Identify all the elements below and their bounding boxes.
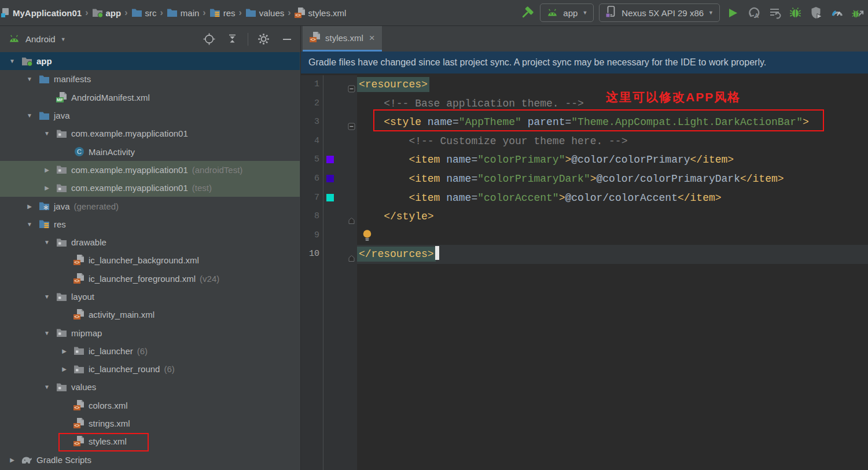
chevron-expanded-icon[interactable]: ▼	[21, 221, 38, 227]
tree-item-gradle-scripts[interactable]: ▶Gradle Scripts	[0, 451, 300, 469]
line-number: 8	[301, 207, 319, 226]
breadcrumb-item-myapplication01[interactable]: MyApplication01	[0, 8, 83, 18]
code-line-8[interactable]: 8</style>	[301, 207, 868, 226]
tree-item-strings-xml[interactable]: <>strings.xml	[0, 414, 300, 432]
tree-item-app[interactable]: ▼app	[0, 52, 300, 70]
color-preview-swatch[interactable]	[326, 175, 334, 182]
build-hammer-icon[interactable]	[519, 5, 535, 21]
tree-item-drawable[interactable]: ▼drawable	[0, 233, 300, 251]
gutter-cell[interactable]: 3	[301, 113, 357, 132]
breadcrumb-item-styles-xml[interactable]: <>styles.xml	[293, 8, 348, 19]
tree-item-res[interactable]: ▼res	[0, 215, 300, 233]
tree-item-java[interactable]: ▼java	[0, 107, 300, 124]
debug-button[interactable]	[788, 5, 803, 21]
breadcrumb-label: MyApplication01	[13, 8, 82, 18]
tree-item-layout[interactable]: ▼layout	[0, 288, 300, 306]
chevron-expanded-icon[interactable]: ▼	[38, 330, 56, 336]
tree-item-ic-launcher-6[interactable]: ▶ic_launcher(6)	[0, 342, 300, 360]
breadcrumb-item-res[interactable]: res	[208, 8, 237, 18]
gutter-cell[interactable]: 7	[301, 189, 357, 208]
select-opened-file-icon[interactable]	[201, 31, 217, 47]
svg-text:<>: <>	[74, 278, 80, 284]
gutter-cell[interactable]: 1	[301, 75, 357, 94]
chevron-expanded-icon[interactable]: ▼	[38, 239, 56, 245]
tree-item-label: activity_main.xml	[89, 310, 155, 320]
chevron-collapsed-icon[interactable]: ▶	[38, 167, 56, 173]
code-line-7[interactable]: 7<item name="colorAccent">@color/colorAc…	[301, 189, 868, 208]
fold-collapse-icon[interactable]	[348, 80, 355, 88]
breadcrumb-separator: ›	[288, 8, 290, 18]
chevron-collapsed-icon[interactable]: ▶	[38, 185, 56, 191]
fold-collapse-icon[interactable]	[348, 118, 355, 126]
gutter-cell[interactable]: 4	[301, 132, 357, 151]
close-icon[interactable]: ×	[369, 32, 375, 44]
tree-item-com-example-myapplication01[interactable]: ▼com.example.myapplication01	[0, 124, 300, 142]
tree-item-androidmanifest-xml[interactable]: MFAndroidManifest.xml	[0, 89, 300, 107]
breadcrumb-item-src[interactable]: src	[130, 8, 158, 18]
tree-item-values[interactable]: ▼values	[0, 378, 300, 396]
code-line-9[interactable]: 9	[301, 226, 868, 245]
tree-item-label: Gradle Scripts	[36, 455, 91, 465]
chevron-expanded-icon[interactable]: ▼	[3, 58, 21, 64]
code-line-6[interactable]: 6<item name="colorPrimaryDark">@color/co…	[301, 170, 868, 189]
device-selector[interactable]: Nexus 5X API 29 x86 ▼	[599, 3, 720, 22]
chevron-collapsed-icon[interactable]: ▶	[56, 348, 73, 354]
hide-panel-icon[interactable]	[279, 31, 295, 47]
breadcrumb-item-app[interactable]: app	[91, 8, 123, 18]
apply-changes-button[interactable]: A	[746, 5, 762, 21]
xml-file-icon: <>	[73, 436, 85, 447]
chevron-expanded-icon[interactable]: ▼	[21, 112, 38, 119]
project-view-selector[interactable]: Android ▼	[8, 34, 66, 44]
tree-item-ic-launcher-foreground-xml-v24[interactable]: <>ic_launcher_foreground.xml(v24)	[0, 270, 300, 288]
tree-item-colors-xml[interactable]: <>colors.xml	[0, 396, 300, 414]
gutter-cell[interactable]: 6	[301, 170, 357, 189]
chevron-collapsed-icon[interactable]: ▶	[56, 366, 73, 372]
run-button[interactable]	[725, 5, 741, 21]
code-line-4[interactable]: 4<!-- Customize your theme here. -->	[301, 132, 868, 151]
apply-code-changes-button[interactable]	[767, 5, 782, 21]
chevron-down-icon: ▼	[582, 10, 587, 16]
color-preview-swatch[interactable]	[326, 194, 334, 201]
tree-item-java-generated[interactable]: ▶java(generated)	[0, 197, 300, 215]
gutter-cell[interactable]: 9	[301, 226, 357, 245]
tree-item-com-example-myapplication01-androidtest[interactable]: ▶com.example.myapplication01(androidTest…	[0, 161, 300, 179]
gutter-cell[interactable]: 2	[301, 94, 357, 113]
chevron-expanded-icon[interactable]: ▼	[38, 384, 56, 390]
fold-end-icon[interactable]	[348, 212, 355, 220]
tab-styles-xml[interactable]: <> styles.xml ×	[303, 26, 382, 52]
code-line-5[interactable]: 5<item name="colorPrimary">@color/colorP…	[301, 150, 868, 170]
attach-process-button[interactable]	[808, 5, 824, 21]
chevron-collapsed-icon[interactable]: ▶	[21, 203, 38, 210]
chevron-collapsed-icon[interactable]: ▶	[3, 457, 21, 463]
gutter-cell[interactable]: 10	[301, 245, 357, 264]
java-gen-icon	[38, 200, 50, 212]
code-line-1[interactable]: 1<resources>	[301, 75, 868, 94]
tree-item-styles-xml[interactable]: <>styles.xml	[0, 432, 300, 450]
tree-item-label: com.example.myapplication01	[71, 165, 188, 175]
run-config-selector[interactable]: app ▼	[540, 3, 594, 22]
breadcrumb-item-values[interactable]: values	[244, 8, 285, 18]
gutter-cell[interactable]: 5	[301, 150, 357, 170]
chevron-expanded-icon[interactable]: ▼	[38, 293, 56, 300]
tree-item-activity-main-xml[interactable]: <>activity_main.xml	[0, 306, 300, 324]
collapse-all-icon[interactable]	[225, 31, 240, 47]
tree-item-ic-launcher-round-6[interactable]: ▶ic_launcher_round(6)	[0, 360, 300, 378]
gutter-cell[interactable]: 8	[301, 207, 357, 226]
code-line-10[interactable]: 10</resources>	[301, 245, 868, 264]
breadcrumb-label: res	[223, 8, 236, 18]
tree-item-com-example-myapplication01-test[interactable]: ▶com.example.myapplication01(test)	[0, 179, 300, 197]
tree-item-mipmap[interactable]: ▼mipmap	[0, 324, 300, 342]
profiler-button[interactable]	[829, 5, 845, 21]
tree-item-manifests[interactable]: ▼manifests	[0, 70, 300, 88]
attach-debugger-button[interactable]	[850, 5, 866, 21]
chevron-expanded-icon[interactable]: ▼	[38, 130, 56, 137]
gear-icon[interactable]	[256, 31, 271, 47]
gradle-icon	[21, 454, 33, 465]
tree-item-ic-launcher-background-xml[interactable]: <>ic_launcher_background.xml	[0, 251, 300, 269]
breadcrumb-item-main[interactable]: main	[165, 8, 201, 18]
tree-item-mainactivity[interactable]: CMainActivity	[0, 142, 300, 160]
color-preview-swatch[interactable]	[326, 156, 334, 163]
fold-end-icon[interactable]	[348, 250, 355, 258]
code-editor[interactable]: 1<resources>2<!-- Base application theme…	[301, 74, 868, 470]
chevron-expanded-icon[interactable]: ▼	[21, 76, 38, 82]
